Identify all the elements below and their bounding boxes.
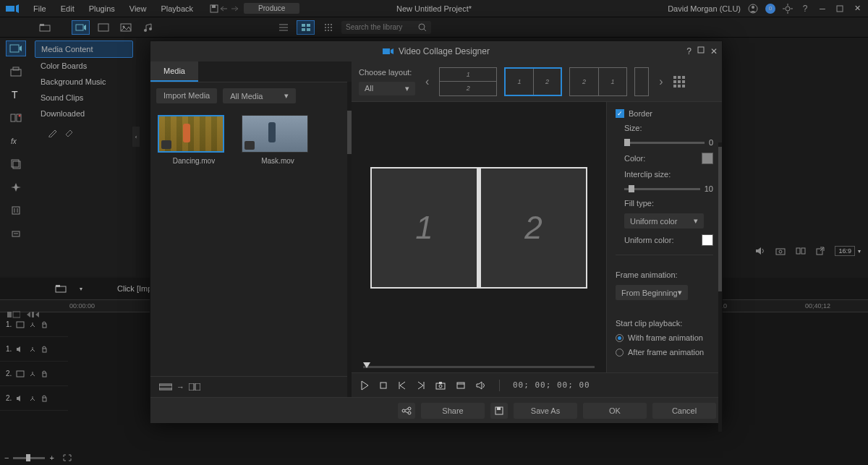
notification-icon[interactable]: 0: [765, 4, 775, 14]
import-folder-icon[interactable]: [36, 20, 54, 35]
media-thumb[interactable]: Mask.mov: [242, 115, 314, 165]
collage-canvas[interactable]: 1 2: [370, 167, 587, 289]
zoom-slider[interactable]: [13, 457, 45, 459]
next-frame-icon[interactable]: [417, 381, 425, 390]
layout-grid-icon[interactable]: [673, 76, 685, 88]
view-list-icon[interactable]: [274, 20, 292, 35]
prev-frame-icon[interactable]: [398, 381, 407, 390]
seek-bar[interactable]: [363, 366, 595, 368]
collapse-handle[interactable]: ‹: [132, 127, 140, 147]
close-icon[interactable]: ✕: [852, 4, 862, 14]
restore-icon[interactable]: [835, 4, 845, 14]
size-slider[interactable]: [624, 142, 705, 144]
layout-option-2[interactable]: 12: [504, 67, 562, 96]
redo-icon[interactable]: [229, 4, 239, 14]
media-thumb[interactable]: Dancing.mov: [158, 115, 230, 165]
share-icon[interactable]: [398, 403, 415, 419]
uniform-color-swatch[interactable]: [702, 234, 713, 246]
track-head-2v[interactable]: 2.: [0, 362, 68, 386]
collage-icon[interactable]: [189, 383, 200, 391]
overlay-room-icon[interactable]: [6, 156, 26, 172]
view-options-icon[interactable]: [319, 20, 337, 35]
media-filter-dropdown[interactable]: All Media▾: [223, 88, 296, 103]
filter-photo-icon[interactable]: [116, 20, 135, 35]
eraser-icon[interactable]: [64, 127, 74, 137]
popout-icon[interactable]: [816, 247, 825, 255]
tab-media[interactable]: Media: [150, 61, 198, 82]
layout-option-3[interactable]: 21: [569, 67, 627, 96]
folder-icon[interactable]: [55, 284, 67, 293]
stop-icon[interactable]: [379, 381, 388, 390]
snapshot-icon[interactable]: [435, 381, 446, 390]
user-icon[interactable]: [748, 4, 758, 14]
produce-button[interactable]: Produce: [244, 3, 299, 14]
content-item-downloaded[interactable]: Downloaded: [35, 106, 133, 121]
content-item-colorboards[interactable]: Color Boards: [35, 58, 133, 74]
layout-next-icon[interactable]: ›: [656, 75, 665, 88]
radio-with-anim[interactable]: [616, 334, 624, 342]
undo-icon[interactable]: [219, 4, 229, 14]
track-head-2a[interactable]: 2.: [0, 386, 68, 411]
filter-video-icon[interactable]: [72, 20, 90, 35]
ok-button[interactable]: OK: [583, 403, 647, 419]
particle-room-icon[interactable]: [6, 179, 26, 195]
zoom-fit-icon[interactable]: [63, 454, 72, 461]
volume-icon[interactable]: [755, 247, 765, 255]
track-head-1v[interactable]: 1.: [0, 312, 68, 337]
filter-image-icon[interactable]: [94, 20, 112, 35]
cancel-button[interactable]: Cancel: [652, 403, 716, 419]
collage-pane-1[interactable]: 1: [372, 168, 481, 287]
layout-prev-icon[interactable]: ‹: [422, 75, 432, 88]
snapshot-icon[interactable]: [775, 247, 786, 255]
interclip-slider[interactable]: [624, 188, 700, 190]
audio-room-icon[interactable]: [6, 202, 26, 218]
view-grid-icon[interactable]: [297, 20, 315, 35]
minimize-icon[interactable]: ─: [817, 4, 827, 14]
save-as-icon[interactable]: [490, 403, 508, 419]
help-icon[interactable]: ?: [800, 4, 810, 14]
layout-option-1[interactable]: 12: [439, 67, 497, 96]
collage-pane-2[interactable]: 2: [481, 168, 586, 287]
menu-file[interactable]: File: [26, 1, 54, 16]
pen-icon[interactable]: [48, 127, 58, 137]
dialog-maximize-icon[interactable]: [697, 46, 705, 56]
search-input[interactable]: [341, 21, 431, 34]
props-scrollbar[interactable]: [718, 142, 722, 432]
save-as-button[interactable]: Save As: [514, 403, 577, 419]
loop-icon[interactable]: [456, 381, 466, 390]
fill-type-dropdown[interactable]: Uniform color▾: [624, 213, 704, 229]
frame-anim-dropdown[interactable]: From Beginning▾: [616, 285, 688, 300]
play-icon[interactable]: [360, 380, 369, 391]
share-button[interactable]: Share: [421, 403, 485, 419]
content-item-bgmusic[interactable]: Background Music: [35, 74, 133, 90]
media-room-icon[interactable]: [6, 40, 26, 56]
split-view-icon[interactable]: [796, 247, 806, 255]
import-media-button[interactable]: Import Media: [156, 88, 217, 103]
menu-playback[interactable]: Playback: [153, 1, 200, 16]
content-item-media[interactable]: Media Content: [35, 40, 133, 58]
gear-icon[interactable]: [783, 4, 793, 14]
layout-filter-dropdown[interactable]: All▾: [359, 82, 415, 95]
mute-icon[interactable]: [476, 381, 486, 390]
content-item-soundclips[interactable]: Sound Clips: [35, 90, 133, 106]
zoom-out-icon[interactable]: −: [4, 453, 9, 462]
radio-after-anim[interactable]: [616, 349, 624, 357]
border-checkbox[interactable]: ✓: [616, 109, 624, 118]
subtitle-room-icon[interactable]: [6, 226, 26, 242]
dialog-close-icon[interactable]: ✕: [710, 46, 718, 56]
menu-view[interactable]: View: [122, 1, 154, 16]
color-swatch[interactable]: [702, 153, 713, 164]
layout-option-4[interactable]: [634, 67, 649, 96]
dialog-help-icon[interactable]: ?: [686, 46, 692, 56]
fx-room-icon[interactable]: fx: [6, 133, 26, 149]
filter-audio-icon[interactable]: [139, 20, 157, 35]
transition-room-icon[interactable]: [6, 110, 26, 126]
title-room-icon[interactable]: T: [6, 87, 26, 103]
aspect-ratio-badge[interactable]: 16:9: [835, 246, 855, 256]
effect-room-icon[interactable]: [6, 64, 26, 80]
menu-plugins[interactable]: Plugins: [82, 1, 122, 16]
menu-edit[interactable]: Edit: [54, 1, 82, 16]
save-icon[interactable]: [209, 4, 219, 14]
zoom-in-icon[interactable]: +: [49, 453, 54, 462]
track-head-1a[interactable]: 1.: [0, 337, 68, 362]
